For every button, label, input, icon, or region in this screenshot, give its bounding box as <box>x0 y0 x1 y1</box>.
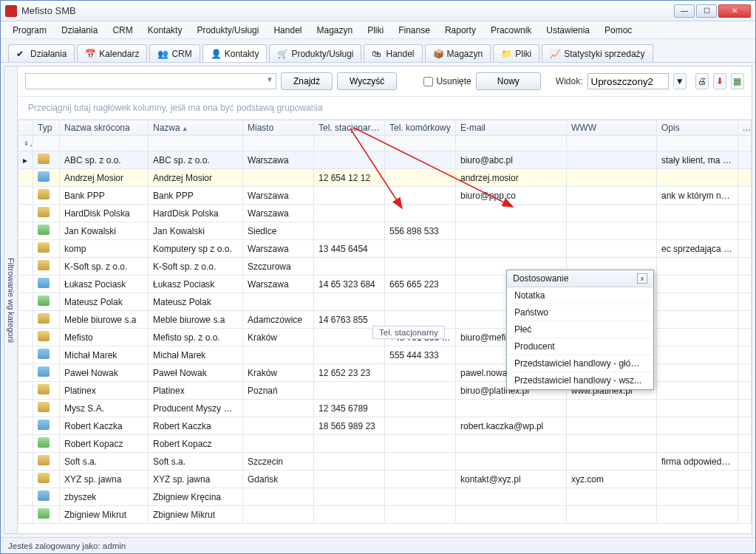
col-desc[interactable]: Opis <box>657 120 738 136</box>
popup-item[interactable]: Producent <box>507 338 653 355</box>
tab-icon: 📁 <box>501 49 511 59</box>
menu-finanse[interactable]: Finanse <box>391 23 437 38</box>
login-status: Jesteś zalogowany jako: admin <box>8 541 126 550</box>
tab-kalendarz[interactable]: 📅Kalendarz <box>77 44 147 62</box>
side-filter-toggle[interactable]: Filtrowanie wg kategorii <box>4 66 18 533</box>
table-row[interactable]: ▸ABC sp. z o.o.ABC sp. z o.o.Warszawabiu… <box>18 151 752 169</box>
sort-asc-icon: ▲ <box>182 125 188 132</box>
tab-produkty/usługi[interactable]: 🛒Produkty/Usługi <box>269 44 361 62</box>
contact-type-icon <box>38 490 50 501</box>
col-short[interactable]: Nazwa skrócona <box>60 120 149 136</box>
tab-statystyki sprzedaży[interactable]: 📈Statystyki sprzedaży <box>542 44 653 62</box>
tab-icon: 🛍 <box>372 49 382 59</box>
popup-close-button[interactable]: x <box>637 273 647 284</box>
print-icon[interactable]: 🖨 <box>695 73 709 89</box>
contact-type-icon <box>38 278 50 288</box>
tab-pliki[interactable]: 📁Pliki <box>493 44 539 62</box>
statusbar: Jesteś zalogowany jako: admin <box>1 537 755 553</box>
clear-button[interactable]: Wyczyść <box>337 72 397 90</box>
contact-type-icon <box>38 508 50 519</box>
excel-icon[interactable]: ▦ <box>731 73 744 89</box>
table-row[interactable]: Zbigniew MikrutZbigniew Mikrut <box>18 506 752 524</box>
tab-icon: ✔ <box>16 49 27 59</box>
contact-type-icon <box>38 260 50 270</box>
contact-type-icon <box>38 207 50 217</box>
menu-kontakty[interactable]: Kontakty <box>140 23 190 38</box>
col-more[interactable]: ... <box>738 120 752 136</box>
filter-row[interactable]: ♀ <box>18 136 752 151</box>
table-row[interactable]: HardDisk PolskaHardDisk PolskaWarszawa <box>18 205 752 222</box>
maximize-button[interactable]: ☐ <box>696 4 717 18</box>
table-row[interactable]: Jan KowalskiJan KowalskiSiedlce556 898 5… <box>18 222 752 240</box>
popup-item[interactable]: Notatka <box>507 287 653 304</box>
contact-type-icon <box>38 295 50 306</box>
popup-item[interactable]: Przedstawiciel handlowy - wsz... <box>507 372 653 389</box>
contact-type-icon <box>38 189 50 199</box>
table-row[interactable]: XYZ sp. jawnaXYZ sp. jawnaGdańskkontakt@… <box>18 471 752 488</box>
tab-icon: 📦 <box>433 49 443 59</box>
tab-kontakty[interactable]: 👤Kontakty <box>202 44 268 62</box>
contact-type-icon <box>38 313 50 324</box>
column-tooltip: Tel. stacjonarny <box>372 326 445 339</box>
table-row[interactable]: kompKomputery sp z o.o.Warszawa13 445 64… <box>18 240 752 258</box>
close-button[interactable]: ✕ <box>718 4 751 18</box>
dropdown-icon[interactable]: ▼ <box>266 75 273 83</box>
table-row[interactable]: Bank PPPBank PPPWarszawabiuro@ppp.coank … <box>18 187 752 205</box>
menu-pomoc[interactable]: Pomoc <box>597 23 639 38</box>
tab-icon: 📈 <box>550 49 560 59</box>
tab-icon: 👥 <box>157 49 168 59</box>
col-name[interactable]: Nazwa▲ <box>149 120 243 136</box>
new-button[interactable]: Nowy <box>476 72 541 90</box>
menu-program[interactable]: Program <box>5 23 54 38</box>
customization-popup: Dostosowanie x NotatkaPaństwoPłećProduce… <box>506 270 654 390</box>
menu-crm[interactable]: CRM <box>105 23 140 38</box>
menu-ustawienia[interactable]: Ustawienia <box>539 23 597 38</box>
table-row[interactable]: Soft s.a.Soft s.a.Szczecinfirma odpowied… <box>18 453 752 471</box>
view-select[interactable] <box>588 73 669 89</box>
popup-title: Dostosowanie <box>513 273 568 284</box>
search-toolbar: ▼ Znajdź Wyczyść Usunięte Nowy Widok: ▼ … <box>18 66 752 97</box>
contacts-grid[interactable]: Typ Nazwa skrócona Nazwa▲ Miasto Tel. st… <box>18 120 752 533</box>
tab-działania[interactable]: ✔Działania <box>8 44 75 62</box>
tab-icon: 🛒 <box>277 49 287 59</box>
group-by-hint[interactable]: Przeciągnij tutaj nagłówek kolumny, jeśl… <box>18 97 752 120</box>
deleted-checkbox[interactable]: Usunięte <box>423 76 471 86</box>
search-input[interactable] <box>25 73 276 89</box>
find-button[interactable]: Znajdź <box>281 72 333 90</box>
pdf-icon[interactable]: ⬇ <box>713 73 726 89</box>
table-row[interactable]: zbyszekZbigniew Kręcina <box>18 488 752 506</box>
popup-item[interactable]: Przedstawiciel handlowy - główny <box>507 355 653 372</box>
col-tel[interactable]: Tel. stacjonarny▽ <box>314 120 385 136</box>
tabbar: ✔Działania📅Kalendarz👥CRM👤Kontakty🛒Produk… <box>1 39 755 63</box>
menu-działania[interactable]: Działania <box>54 23 105 38</box>
menu-produkty/usługi[interactable]: Produkty/Usługi <box>189 23 266 38</box>
menu-raporty[interactable]: Raporty <box>437 23 483 38</box>
table-row[interactable]: Robert KopaczRobert Kopacz <box>18 435 752 453</box>
contact-type-icon <box>38 455 50 465</box>
menu-pliki[interactable]: Pliki <box>360 23 391 38</box>
app-icon <box>5 5 17 17</box>
table-row[interactable]: Mysz S.A.Producent Myszy S.A.12 345 6789 <box>18 400 752 417</box>
contact-type-icon <box>38 384 50 394</box>
col-type[interactable]: Typ <box>33 120 60 136</box>
col-email[interactable]: E-mail <box>456 120 567 136</box>
menubar: ProgramDziałaniaCRMKontaktyProdukty/Usłu… <box>1 21 755 39</box>
header-row: Typ Nazwa skrócona Nazwa▲ Miasto Tel. st… <box>18 120 752 136</box>
view-label: Widok: <box>556 76 583 86</box>
tab-magazyn[interactable]: 📦Magazyn <box>425 44 491 62</box>
tab-handel[interactable]: 🛍Handel <box>364 44 422 62</box>
col-www[interactable]: WWW <box>567 120 657 136</box>
table-row[interactable]: Andrzej MosiorAndrzej Mosior12 654 12 12… <box>18 169 752 187</box>
menu-magazyn[interactable]: Magazyn <box>309 23 360 38</box>
menu-pracownik[interactable]: Pracownik <box>483 23 539 38</box>
view-dropdown-button[interactable]: ▼ <box>673 73 687 89</box>
table-row[interactable]: Robert KaczkaRobert Kaczka18 565 989 23r… <box>18 417 752 435</box>
menu-handel[interactable]: Handel <box>266 23 309 38</box>
col-mobile[interactable]: Tel. komórkowy <box>385 120 456 136</box>
popup-item[interactable]: Płeć <box>507 321 653 338</box>
tab-crm[interactable]: 👥CRM <box>149 44 200 62</box>
contact-type-icon <box>38 349 50 359</box>
minimize-button[interactable]: — <box>674 4 695 18</box>
popup-item[interactable]: Państwo <box>507 304 653 321</box>
col-city[interactable]: Miasto <box>243 120 314 136</box>
